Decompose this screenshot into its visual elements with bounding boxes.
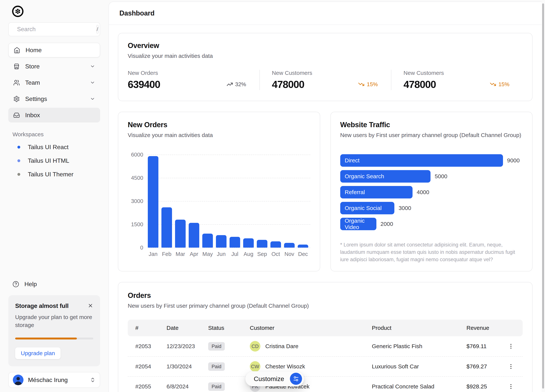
customize-button[interactable]: Customize	[245, 371, 304, 386]
sidebar-item-store[interactable]: Store	[8, 59, 100, 74]
stat-label: New Customers	[272, 70, 379, 76]
customer-name: Cristina Dare	[265, 343, 298, 350]
trending-down-icon	[490, 81, 496, 88]
help-button[interactable]: Help	[8, 281, 100, 288]
col-header-status: Status	[208, 325, 250, 331]
traffic-row: Organic Social3000	[340, 202, 523, 214]
chevron-down-icon	[90, 64, 95, 69]
status-badge: Paid	[208, 362, 225, 371]
workspace-label: Tailus UI HTML	[28, 157, 69, 164]
help-icon	[12, 281, 19, 288]
chart-subtitle: New users by First user primary channel …	[340, 132, 523, 138]
gridline: 0	[147, 247, 310, 248]
close-icon[interactable]	[88, 303, 93, 308]
table-row[interactable]: #2055 6/8/2024 Paid PK Paulette Kovacek …	[128, 376, 523, 392]
customize-label: Customize	[254, 375, 284, 383]
user-menu[interactable]: Méschac Irung	[8, 372, 100, 388]
website-traffic-card: Website Traffic New users by First user …	[330, 112, 533, 271]
table-row[interactable]: #2053 12/23/2023 Paid CD Cristina Dare G…	[128, 336, 523, 356]
stat-label: New Orders	[128, 70, 247, 76]
stat-new-customers-2: New Customers 478000 15%	[391, 70, 523, 90]
col-header-customer: Customer	[250, 325, 372, 331]
inbox-icon	[13, 112, 20, 119]
chart-subtitle: Visualize your main activities data	[128, 132, 310, 138]
bar-apr	[189, 223, 199, 247]
workspace-item-tailus-ui-react[interactable]: Tailus UI React	[8, 140, 100, 154]
traffic-value: 5000	[435, 173, 447, 180]
dashboard-content: Overview Visualize your main activities …	[109, 25, 542, 392]
vertical-scrollbar-thumb[interactable]	[542, 3, 544, 389]
kebab-icon	[508, 383, 514, 390]
storage-alert-card: Storage almost full Upgrade your plan to…	[8, 295, 100, 366]
x-axis-label: Feb	[161, 251, 172, 257]
team-icon	[13, 79, 20, 86]
sliders-icon	[293, 375, 299, 382]
traffic-bar-referral: Referral	[340, 186, 413, 199]
x-axis-label: Jun	[216, 251, 227, 257]
upgrade-plan-button[interactable]: Upgrade plan	[15, 347, 61, 359]
row-menu-button[interactable]	[507, 363, 515, 370]
main-panel: Dashboard Overview Visualize your main a…	[108, 1, 542, 392]
sidebar-item-settings[interactable]: Settings	[8, 91, 100, 106]
bar-dec	[298, 245, 308, 247]
workspace-label: Tailus UI Themer	[28, 171, 74, 178]
sidebar-item-inbox[interactable]: Inbox	[8, 108, 100, 122]
order-date: 12/23/2023	[167, 343, 208, 350]
bar-aug	[243, 238, 254, 247]
bar-nov	[284, 243, 295, 247]
bar-chart-x-labels: JanFebMarAprMayJunJulAugSepOctNovDec	[148, 251, 310, 257]
help-label: Help	[25, 281, 37, 288]
order-revenue: $928.25	[466, 383, 507, 390]
order-revenue: $769.11	[466, 343, 507, 350]
row-menu-button[interactable]	[507, 343, 515, 350]
traffic-value: 2000	[381, 221, 393, 227]
x-axis-label: Oct	[270, 251, 281, 257]
x-axis-label: May	[202, 251, 213, 257]
sidebar-item-label: Team	[25, 79, 85, 86]
overview-stats: New Orders 639400 32% New Customers 4780…	[128, 70, 523, 92]
storage-title: Storage almost full	[15, 302, 68, 309]
chevron-down-icon	[90, 96, 95, 102]
overview-title: Overview	[128, 42, 523, 50]
trending-down-icon	[358, 81, 365, 88]
bar-jan	[148, 156, 158, 247]
x-axis-label: Apr	[189, 251, 199, 257]
traffic-bar-organic-video: Organic Video	[340, 218, 376, 230]
storage-message: Upgrade your plan to get more storage	[15, 313, 93, 329]
workspace-item-tailus-ui-themer[interactable]: Tailus UI Themer	[8, 168, 100, 181]
traffic-value: 9000	[507, 157, 520, 164]
col-header-product: Product	[372, 325, 466, 331]
sidebar-item-home[interactable]: Home	[8, 43, 100, 57]
bar-may	[202, 234, 213, 247]
table-row[interactable]: #2054 1/30/2024 Paid CW Chester Wisozk L…	[128, 356, 523, 376]
sidebar-item-team[interactable]: Team	[8, 75, 100, 90]
trend-value: 32%	[235, 81, 246, 88]
bar-jun	[216, 235, 227, 247]
y-axis-tick: 4500	[131, 175, 143, 181]
workspace-label: Tailus UI React	[28, 144, 68, 151]
workspace-dot	[17, 173, 20, 176]
app-logo-icon	[12, 5, 24, 17]
bar-oct	[270, 241, 281, 247]
gear-icon	[13, 96, 20, 102]
orders-card: Orders New users by First user primary c…	[118, 282, 533, 392]
workspace-item-tailus-ui-html[interactable]: Tailus UI HTML	[8, 154, 100, 168]
trend-up-indicator: 32%	[227, 81, 246, 88]
kebab-icon	[508, 343, 514, 350]
order-date: 6/8/2024	[167, 383, 208, 390]
store-icon	[13, 63, 20, 70]
search-input[interactable]	[17, 26, 93, 33]
row-menu-button[interactable]	[507, 383, 515, 390]
status-badge: Paid	[208, 342, 225, 351]
stat-label: New Customers	[403, 70, 511, 76]
trend-down-indicator: 15%	[490, 81, 509, 88]
col-header-revenue: Revenue	[466, 325, 507, 331]
order-date: 1/30/2024	[167, 363, 208, 370]
x-axis-label: Nov	[284, 251, 295, 257]
trend-value: 15%	[498, 81, 509, 88]
workspace-dot	[17, 159, 20, 162]
bars-group	[148, 156, 310, 247]
overview-card: Overview Visualize your main activities …	[118, 33, 533, 101]
x-axis-label: Jan	[148, 251, 158, 257]
traffic-bar-direct: Direct	[340, 154, 503, 167]
